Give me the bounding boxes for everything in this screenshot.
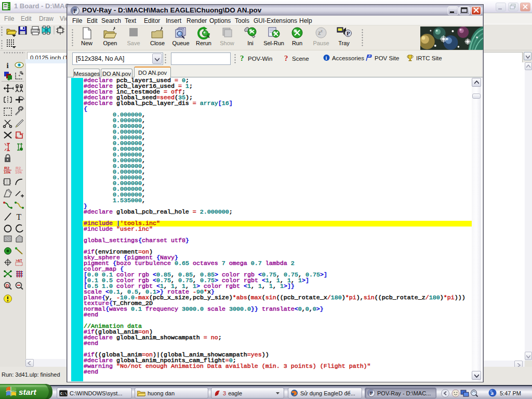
svg-text:?: ? [284,54,288,62]
svg-text:i: i [326,55,327,61]
svg-text:?: ? [240,54,244,62]
svg-text:start: start [19,388,36,396]
svg-text:10k: 10k [4,170,11,175]
svg-text:z: z [321,29,323,33]
svg-text:P: P [370,391,373,396]
svg-text:10k: 10k [15,170,22,175]
svg-text:P: P [347,30,350,36]
svg-text:D: D [6,283,9,288]
svg-text:C:\: C:\ [60,392,67,396]
svg-text:T: T [17,212,22,221]
svg-text:P: P [74,8,77,14]
svg-text:+: + [18,73,21,78]
svg-text:i: i [7,61,9,70]
svg-text:a: a [491,390,494,396]
